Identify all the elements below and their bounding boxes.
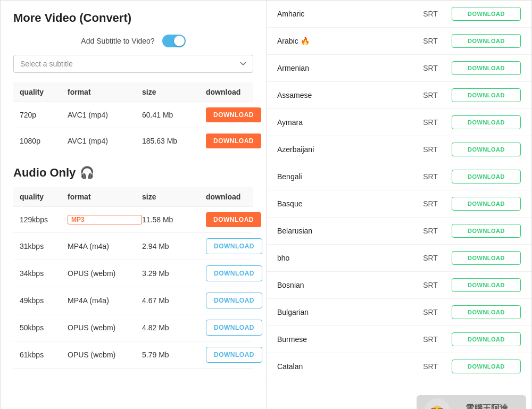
- subtitle-download-btn-12[interactable]: DOWNLOAD: [452, 332, 521, 346]
- subtitle-download-btn-4[interactable]: DOWNLOAD: [452, 115, 521, 129]
- video-size-0: 60.41 Mb: [142, 111, 206, 119]
- subtitle-lang-5: Azerbaijani: [277, 145, 409, 154]
- subtitle-format-7: SRT: [409, 199, 452, 208]
- audio-col-quality: quality: [20, 193, 68, 201]
- audio-format-4: OPUS (webm): [68, 323, 142, 332]
- subtitle-format-0: SRT: [409, 10, 452, 18]
- left-panel: More Video (Convert) Add Subtitle to Vid…: [1, 1, 267, 409]
- subtitle-list-item: Catalan SRT DOWNLOAD: [267, 353, 531, 380]
- subtitle-lang-9: bho: [277, 254, 409, 262]
- subtitle-format-2: SRT: [409, 64, 452, 72]
- video-size-1: 185.63 Mb: [142, 137, 206, 145]
- audio-quality-4: 50kbps: [20, 323, 68, 332]
- subtitle-list-item: bho SRT DOWNLOAD: [267, 245, 531, 272]
- subtitle-select[interactable]: Select a subtitle: [13, 55, 253, 73]
- audio-table-header: quality format size download: [13, 187, 253, 207]
- subtitle-download-btn-3[interactable]: DOWNLOAD: [452, 88, 521, 102]
- subtitle-lang-8: Belarusian: [277, 227, 409, 235]
- audio-table-row: 31kbps MP4A (m4a) 2.94 Mb DOWNLOAD: [13, 233, 253, 260]
- subtitle-lang-4: Aymara: [277, 118, 409, 127]
- subtitle-list-item: Bulgarian SRT DOWNLOAD: [267, 299, 531, 326]
- audio-title-text: Audio Only: [13, 166, 76, 180]
- subtitle-format-8: SRT: [409, 227, 452, 235]
- subtitle-format-3: SRT: [409, 91, 452, 99]
- audio-size-0: 11.58 Mb: [142, 215, 206, 224]
- video-quality-1: 1080p: [20, 137, 68, 145]
- audio-table-body: 129kbps MP3 11.58 Mb DOWNLOAD 31kbps MP4…: [13, 207, 253, 369]
- audio-download-btn-5[interactable]: DOWNLOAD: [206, 347, 262, 363]
- subtitle-format-1: SRT: [409, 37, 452, 45]
- audio-col-size: size: [142, 193, 206, 201]
- subtitle-list-item: Aymara SRT DOWNLOAD: [267, 109, 531, 136]
- subtitle-lang-12: Burmese: [277, 335, 409, 344]
- video-download-btn-1[interactable]: DOWNLOAD: [206, 133, 261, 148]
- audio-size-5: 5.79 Mb: [142, 350, 206, 359]
- subtitle-format-13: SRT: [409, 362, 452, 371]
- audio-format-2: OPUS (webm): [68, 269, 142, 278]
- video-table-body: 720p AVC1 (mp4) 60.41 Mb DOWNLOAD 1080p …: [13, 102, 253, 154]
- subtitle-download-btn-7[interactable]: DOWNLOAD: [452, 197, 521, 211]
- subtitle-lang-10: Bosnian: [277, 281, 409, 289]
- subtitle-list-item: Amharic SRT DOWNLOAD: [267, 1, 531, 28]
- audio-table-row: 34kbps OPUS (webm) 3.29 Mb DOWNLOAD: [13, 260, 253, 287]
- audio-download-btn-3[interactable]: DOWNLOAD: [206, 293, 262, 308]
- watermark-text: 電腦王阿達: [455, 403, 519, 410]
- audio-format-5: OPUS (webm): [68, 350, 142, 359]
- subtitle-toggle-row: Add Subtitle to Video?: [13, 35, 253, 47]
- subtitle-download-btn-10[interactable]: DOWNLOAD: [452, 278, 521, 292]
- subtitle-format-9: SRT: [409, 254, 452, 262]
- subtitle-toggle-label: Add Subtitle to Video?: [81, 37, 154, 45]
- subtitle-format-12: SRT: [409, 335, 452, 344]
- audio-size-3: 4.67 Mb: [142, 296, 206, 305]
- subtitle-format-6: SRT: [409, 172, 452, 181]
- headphone-icon: 🎧: [80, 166, 94, 180]
- subtitle-lang-11: Bulgarian: [277, 308, 409, 316]
- right-panel: Amharic SRT DOWNLOAD Arabic 🔥 SRT DOWNLO…: [267, 1, 531, 409]
- subtitle-list-item: Bosnian SRT DOWNLOAD: [267, 272, 531, 299]
- subtitle-download-btn-13[interactable]: DOWNLOAD: [452, 360, 521, 373]
- subtitle-format-10: SRT: [409, 281, 452, 289]
- mp3-badge: MP3: [68, 215, 142, 224]
- subtitle-download-btn-8[interactable]: DOWNLOAD: [452, 224, 521, 238]
- audio-size-4: 4.82 Mb: [142, 323, 206, 332]
- audio-quality-3: 49kbps: [20, 296, 68, 305]
- video-col-download: download: [206, 88, 247, 96]
- subtitle-list-item: Burmese SRT DOWNLOAD: [267, 326, 531, 353]
- audio-quality-1: 31kbps: [20, 242, 68, 251]
- subtitle-download-btn-1[interactable]: DOWNLOAD: [452, 34, 521, 48]
- subtitle-list-item: Armenian SRT DOWNLOAD: [267, 55, 531, 82]
- subtitle-download-btn-5[interactable]: DOWNLOAD: [452, 143, 521, 156]
- video-table-row: 1080p AVC1 (mp4) 185.63 Mb DOWNLOAD: [13, 128, 253, 154]
- audio-size-1: 2.94 Mb: [142, 242, 206, 251]
- audio-size-2: 3.29 Mb: [142, 269, 206, 278]
- subtitle-toggle[interactable]: [162, 35, 186, 47]
- subtitle-download-btn-0[interactable]: DOWNLOAD: [452, 7, 521, 21]
- subtitle-lang-6: Bengali: [277, 172, 409, 181]
- audio-table-row: 129kbps MP3 11.58 Mb DOWNLOAD: [13, 207, 253, 233]
- video-table-row: 720p AVC1 (mp4) 60.41 Mb DOWNLOAD: [13, 102, 253, 128]
- audio-download-btn-0[interactable]: DOWNLOAD: [206, 212, 261, 227]
- audio-section-title: Audio Only 🎧: [13, 166, 253, 180]
- subtitle-list-item: Bengali SRT DOWNLOAD: [267, 163, 531, 190]
- subtitle-lang-0: Amharic: [277, 10, 409, 18]
- audio-format-3: MP4A (m4a): [68, 296, 142, 305]
- video-quality-0: 720p: [20, 111, 68, 119]
- subtitle-download-btn-11[interactable]: DOWNLOAD: [452, 305, 521, 319]
- video-format-0: AVC1 (mp4): [68, 111, 142, 119]
- audio-download-btn-1[interactable]: DOWNLOAD: [206, 238, 262, 254]
- subtitle-download-btn-2[interactable]: DOWNLOAD: [452, 61, 521, 75]
- audio-quality-5: 61kbps: [20, 350, 68, 359]
- subtitle-lang-7: Basque: [277, 199, 409, 208]
- subtitle-download-btn-9[interactable]: DOWNLOAD: [452, 251, 521, 265]
- video-table-header: quality format size download: [13, 82, 253, 102]
- subtitle-lang-3: Assamese: [277, 91, 409, 99]
- audio-download-btn-4[interactable]: DOWNLOAD: [206, 320, 262, 336]
- subtitle-download-btn-6[interactable]: DOWNLOAD: [452, 170, 521, 183]
- audio-col-download: download: [206, 193, 247, 201]
- audio-format-1: MP4A (m4a): [68, 242, 142, 251]
- audio-quality-0: 129kbps: [20, 215, 68, 224]
- video-section-title: More Video (Convert): [13, 11, 253, 25]
- audio-download-btn-2[interactable]: DOWNLOAD: [206, 265, 262, 281]
- video-download-btn-0[interactable]: DOWNLOAD: [206, 107, 261, 122]
- audio-col-format: format: [68, 193, 142, 201]
